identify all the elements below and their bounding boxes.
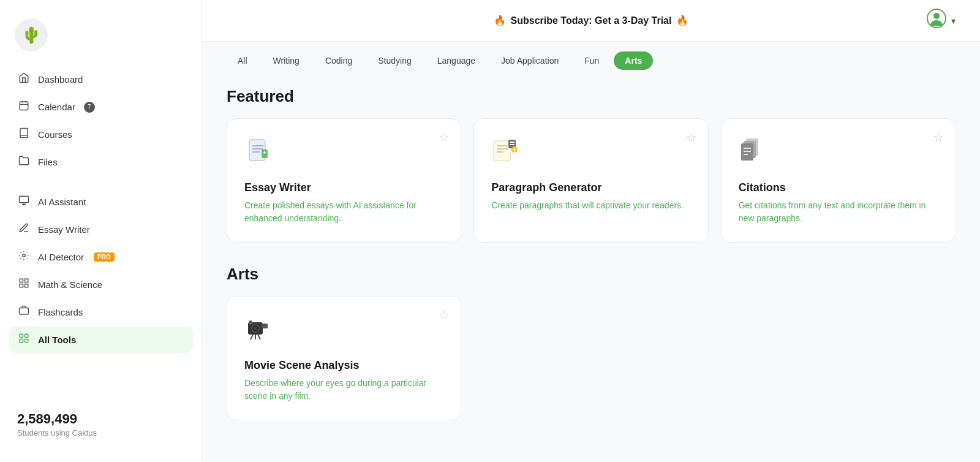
sidebar-item-label: Flashcards (38, 307, 83, 317)
featured-cards-grid: ☆ Essay Writer (227, 118, 956, 243)
svg-rect-33 (510, 142, 514, 143)
sidebar-item-calendar[interactable]: Calendar 7 (9, 94, 193, 120)
sidebar-item-label: Essay Writer (38, 224, 90, 235)
pro-badge: PRO (94, 252, 115, 262)
svg-rect-13 (20, 334, 23, 337)
card-star-citations[interactable]: ☆ (933, 130, 944, 145)
all-tools-icon (17, 333, 31, 347)
card-star-movie-scene[interactable]: ☆ (439, 308, 450, 322)
svg-rect-15 (25, 339, 28, 343)
movie-scene-card-desc: Describe where your eyes go during a par… (244, 377, 443, 403)
svg-rect-4 (20, 196, 29, 203)
topbar: 🔥 Subscribe Today: Get a 3-Day Trial 🔥 ▾ (202, 0, 980, 42)
arts-cards-grid: ☆ (227, 296, 956, 420)
movie-scene-card-icon (244, 315, 443, 348)
sidebar-item-essay-writer[interactable]: Essay Writer (9, 216, 193, 243)
fire-icon-left: 🔥 (494, 15, 506, 26)
sidebar-item-label: Files (38, 157, 58, 167)
svg-point-47 (254, 327, 257, 330)
courses-icon (17, 127, 31, 142)
svg-point-18 (933, 13, 940, 19)
filter-tab-writing[interactable]: Writing (262, 51, 311, 70)
sidebar-item-label: All Tools (38, 335, 76, 345)
sidebar-item-ai-detector[interactable]: AI Detector PRO (9, 244, 193, 270)
sidebar-item-label: Math & Science (38, 279, 102, 290)
filter-tab-fun[interactable]: Fun (573, 51, 610, 70)
card-citations[interactable]: ☆ Citations Get citations from any text … (721, 118, 956, 243)
svg-rect-0 (20, 102, 28, 110)
sidebar-item-courses[interactable]: Courses (9, 121, 193, 148)
app-logo: 🌵 (15, 18, 48, 51)
svg-line-49 (251, 335, 253, 339)
sidebar-item-all-tools[interactable]: All Tools (9, 327, 193, 353)
files-icon (17, 155, 31, 169)
arts-title: Arts (227, 265, 956, 284)
main-content: 🔥 Subscribe Today: Get a 3-Day Trial 🔥 ▾… (202, 0, 980, 462)
filter-tab-job-application[interactable]: Job Application (490, 51, 570, 70)
svg-rect-11 (20, 284, 23, 287)
filter-tab-coding[interactable]: Coding (314, 51, 363, 70)
card-movie-scene[interactable]: ☆ (227, 296, 461, 420)
sidebar: 🌵 Dashboard Calendar 7 Courses (0, 0, 202, 462)
svg-rect-27 (494, 141, 511, 161)
card-star-essay-writer[interactable]: ☆ (439, 130, 450, 145)
essay-writer-card-desc: Create polished essays with AI assistanc… (244, 199, 443, 225)
math-science-icon (17, 278, 31, 292)
card-paragraph-generator[interactable]: ☆ (473, 118, 708, 243)
nav-divider (9, 176, 193, 187)
card-star-paragraph-gen[interactable]: ☆ (686, 130, 697, 145)
fire-icon-right: 🔥 (676, 15, 688, 26)
essay-writer-icon (17, 222, 31, 237)
movie-scene-card-title: Movie Scene Analysis (244, 359, 443, 372)
essay-writer-card-icon (244, 137, 443, 170)
filter-tabs: All Writing Coding Studying Language Job… (202, 42, 980, 75)
student-count: 2,589,499 (17, 411, 184, 427)
sidebar-item-math-science[interactable]: Math & Science (9, 271, 193, 298)
sidebar-item-label: AI Detector (38, 252, 84, 262)
svg-rect-16 (20, 339, 23, 343)
student-label: Students using Caktus (17, 428, 184, 437)
calendar-badge: 7 (84, 102, 95, 113)
svg-point-7 (23, 254, 26, 257)
trial-banner: 🔥 Subscribe Today: Get a 3-Day Trial 🔥 (494, 15, 689, 26)
citations-card-desc: Get citations from any text and incorpra… (739, 199, 938, 225)
dashboard-icon (17, 72, 31, 86)
content-area: Featured ☆ (202, 75, 980, 445)
featured-title: Featured (227, 87, 956, 106)
calendar-icon (17, 100, 31, 114)
user-menu-chevron-icon: ▾ (951, 16, 956, 26)
sidebar-navigation: Dashboard Calendar 7 Courses Files (0, 66, 202, 353)
sidebar-item-flashcards[interactable]: Flashcards (9, 299, 193, 325)
svg-point-53 (250, 322, 252, 324)
filter-tab-arts[interactable]: Arts (614, 51, 653, 70)
citations-card-icon (739, 137, 938, 170)
paragraph-gen-card-desc: Create paragraphs that will captivate yo… (491, 199, 690, 212)
svg-rect-12 (20, 308, 29, 315)
card-essay-writer[interactable]: ☆ Essay Writer (227, 118, 461, 243)
svg-rect-10 (25, 284, 28, 287)
sidebar-item-files[interactable]: Files (9, 149, 193, 175)
sidebar-item-label: Calendar (38, 102, 75, 112)
filter-tab-all[interactable]: All (227, 51, 258, 70)
svg-rect-48 (262, 324, 268, 328)
sidebar-item-label: Dashboard (38, 74, 83, 85)
sidebar-footer: 2,589,499 Students using Caktus (0, 399, 202, 450)
user-avatar-icon (927, 9, 946, 32)
ai-assistant-icon (17, 195, 31, 209)
svg-line-51 (258, 335, 260, 339)
citations-card-title: Citations (739, 181, 938, 194)
user-menu-button[interactable]: ▾ (927, 9, 956, 32)
paragraph-gen-card-title: Paragraph Generator (491, 181, 690, 194)
ai-detector-icon (17, 250, 31, 264)
flashcards-icon (17, 305, 31, 319)
sidebar-item-label: AI Assistant (38, 197, 86, 207)
filter-tab-language[interactable]: Language (426, 51, 486, 70)
svg-rect-34 (510, 144, 514, 145)
svg-rect-40 (741, 143, 753, 161)
sidebar-item-dashboard[interactable]: Dashboard (9, 66, 193, 93)
filter-tab-studying[interactable]: Studying (367, 51, 422, 70)
svg-rect-8 (20, 279, 23, 282)
sidebar-item-label: Courses (38, 129, 72, 140)
arts-section: Arts ☆ (227, 265, 956, 420)
sidebar-item-ai-assistant[interactable]: AI Assistant (9, 189, 193, 215)
